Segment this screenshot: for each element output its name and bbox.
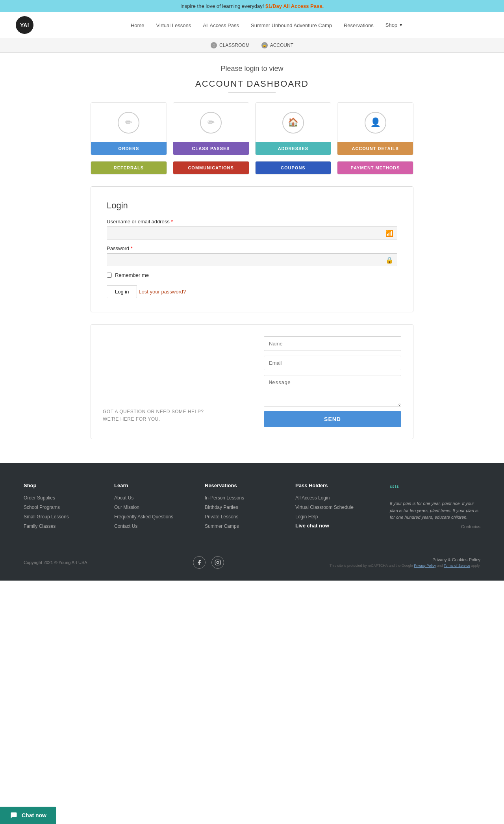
orders-icon: ✏ <box>118 112 139 134</box>
addresses-icon: 🏠 <box>282 112 304 134</box>
footer-bottom: Copyright 2021 © Young Art USA Privacy &… <box>24 548 480 569</box>
nav-links: Home Virtual Lessons All Access Pass Sum… <box>45 22 488 28</box>
sub-nav-classroom[interactable]: ☺ CLASSROOM <box>211 42 250 48</box>
card-communications[interactable]: COMMUNICATIONS <box>173 161 249 174</box>
banner-link[interactable]: $1/Day All Access Pass. <box>265 3 324 9</box>
footer-link-in-person-lessons[interactable]: In-Person Lessons <box>205 495 244 501</box>
sub-nav-account[interactable]: 🔒 ACCOUNT <box>261 42 293 48</box>
class-passes-icon: ✏ <box>200 112 222 134</box>
footer-link-summer-camps[interactable]: Summer Camps <box>205 523 239 529</box>
footer-link-small-group-lessons[interactable]: Small Group Lessons <box>24 514 69 520</box>
footer-col-reservations: Reservations In-Person Lessons Birthday … <box>205 483 284 532</box>
classroom-icon: ☺ <box>211 42 217 48</box>
footer-link-order-supplies[interactable]: Order Supplies <box>24 495 55 501</box>
nav-home[interactable]: Home <box>131 22 145 28</box>
quote-author: Confucius <box>390 524 480 529</box>
recaptcha-text: This site is protected by reCAPTCHA and … <box>330 564 480 568</box>
card-account-details[interactable]: 👤 ACCOUNT DETAILS <box>337 102 413 155</box>
instagram-icon[interactable] <box>211 556 224 569</box>
contact-name-input[interactable] <box>264 336 401 351</box>
sub-nav: ☺ CLASSROOM 🔒 ACCOUNT <box>0 38 504 53</box>
footer: Shop Order Supplies School Programs Smal… <box>0 463 504 581</box>
footer-copyright: Copyright 2021 © Young Art USA <box>24 560 87 565</box>
orders-icon-area: ✏ <box>91 103 167 142</box>
footer-link-birthday-parties[interactable]: Birthday Parties <box>205 505 238 510</box>
contact-email-input[interactable] <box>264 356 401 370</box>
footer-link-faq[interactable]: Frequently Asked Questions <box>114 514 173 520</box>
card-class-passes[interactable]: ✏ CLASS PASSES <box>173 102 249 155</box>
password-input[interactable] <box>107 253 397 266</box>
quote-mark: ““ <box>390 483 480 496</box>
footer-reservations-heading: Reservations <box>205 483 284 488</box>
facebook-icon[interactable] <box>193 556 206 569</box>
footer-col-shop: Shop Order Supplies School Programs Smal… <box>24 483 102 532</box>
class-passes-icon-area: ✏ <box>173 103 249 142</box>
footer-grid: Shop Order Supplies School Programs Smal… <box>24 483 480 532</box>
footer-quote-col: ““ If your plan is for one year, plant r… <box>386 483 480 532</box>
nav-shop[interactable]: Shop <box>385 22 397 28</box>
account-details-label[interactable]: ACCOUNT DETAILS <box>337 142 413 155</box>
card-coupons[interactable]: COUPONS <box>255 161 332 174</box>
dashboard-cards: ✏ ORDERS ✏ CLASS PASSES 🏠 ADDRESSES 👤 AC… <box>91 102 413 174</box>
logo[interactable]: YA! <box>16 16 33 34</box>
password-icon: 🔒 <box>385 256 393 264</box>
username-label: Username or email address * <box>107 219 397 225</box>
terms-link[interactable]: Terms of Service <box>444 564 470 568</box>
footer-link-about-us[interactable]: About Us <box>114 495 133 501</box>
nav-all-access[interactable]: All Access Pass <box>203 22 239 28</box>
username-icon: 📶 <box>385 229 393 237</box>
orders-label[interactable]: ORDERS <box>91 142 167 155</box>
footer-pass-holders-links: All Access Login Virtual Classroom Sched… <box>295 494 374 520</box>
live-chat-link[interactable]: Live chat now <box>295 523 374 529</box>
footer-link-virtual-classroom[interactable]: Virtual Classroom Schedule <box>295 505 354 510</box>
footer-link-login-help[interactable]: Login Help <box>295 514 318 520</box>
footer-shop-heading: Shop <box>24 483 102 488</box>
footer-col-learn: Learn About Us Our Mission Frequently As… <box>114 483 193 532</box>
lost-password-link[interactable]: Lost your password? <box>139 289 186 295</box>
nav-summer-camp[interactable]: Summer Unbound Adventure Camp <box>251 22 332 28</box>
card-payment-methods[interactable]: PAYMENT METHODS <box>337 161 413 174</box>
footer-link-contact-us[interactable]: Contact Us <box>114 523 137 529</box>
card-orders[interactable]: ✏ ORDERS <box>91 102 167 155</box>
account-details-icon: 👤 <box>365 112 386 134</box>
svg-rect-0 <box>215 560 220 565</box>
footer-col-pass-holders: Pass Holders All Access Login Virtual Cl… <box>295 483 374 532</box>
referrals-label[interactable]: REFERRALS <box>91 161 167 174</box>
password-input-wrapper: 🔒 <box>107 253 397 266</box>
footer-reservations-links: In-Person Lessons Birthday Parties Priva… <box>205 494 284 529</box>
nav-virtual-lessons[interactable]: Virtual Lessons <box>156 22 191 28</box>
svg-point-2 <box>219 561 219 561</box>
privacy-policy-link[interactable]: Privacy Policy <box>414 564 436 568</box>
svg-point-1 <box>217 561 219 563</box>
contact-left-text: GOT A QUESTION OR NEED SOME HELP?WE'RE H… <box>103 408 240 423</box>
send-button[interactable]: SEND <box>264 411 401 427</box>
remember-me-label: Remember me <box>115 272 149 278</box>
remember-me-checkbox[interactable] <box>107 273 112 278</box>
footer-link-school-programs[interactable]: School Programs <box>24 505 60 510</box>
footer-link-family-classes[interactable]: Family Classes <box>24 523 56 529</box>
username-input[interactable] <box>107 226 397 239</box>
coupons-label[interactable]: COUPONS <box>256 161 331 174</box>
addresses-label[interactable]: ADDRESSES <box>256 142 331 155</box>
footer-link-all-access-login[interactable]: All Access Login <box>295 495 330 501</box>
nav-reservations[interactable]: Reservations <box>344 22 374 28</box>
card-addresses[interactable]: 🏠 ADDRESSES <box>255 102 332 155</box>
login-button[interactable]: Log in <box>107 285 137 298</box>
footer-link-our-mission[interactable]: Our Mission <box>114 505 139 510</box>
contact-message-input[interactable] <box>264 375 401 406</box>
password-label: Password * <box>107 245 397 251</box>
payment-methods-label[interactable]: PAYMENT METHODS <box>337 161 413 174</box>
communications-label[interactable]: COMMUNICATIONS <box>173 161 249 174</box>
footer-shop-links: Order Supplies School Programs Small Gro… <box>24 494 102 529</box>
privacy-link[interactable]: Privacy & Cookies Policy <box>432 557 480 562</box>
account-label: ACCOUNT <box>270 43 293 48</box>
class-passes-label[interactable]: CLASS PASSES <box>173 142 249 155</box>
main-content: Please login to view ACCOUNT DASHBOARD ✏… <box>83 53 421 463</box>
classroom-label: CLASSROOM <box>219 43 250 48</box>
shop-dropdown-icon[interactable]: ▼ <box>399 23 403 27</box>
main-nav: YA! Home Virtual Lessons All Access Pass… <box>0 12 504 38</box>
card-referrals[interactable]: REFERRALS <box>91 161 167 174</box>
footer-right-links: Privacy & Cookies Policy This site is pr… <box>330 557 480 568</box>
login-box: Login Username or email address * 📶 Pass… <box>91 186 413 312</box>
footer-link-private-lessons[interactable]: Private Lessons <box>205 514 238 520</box>
